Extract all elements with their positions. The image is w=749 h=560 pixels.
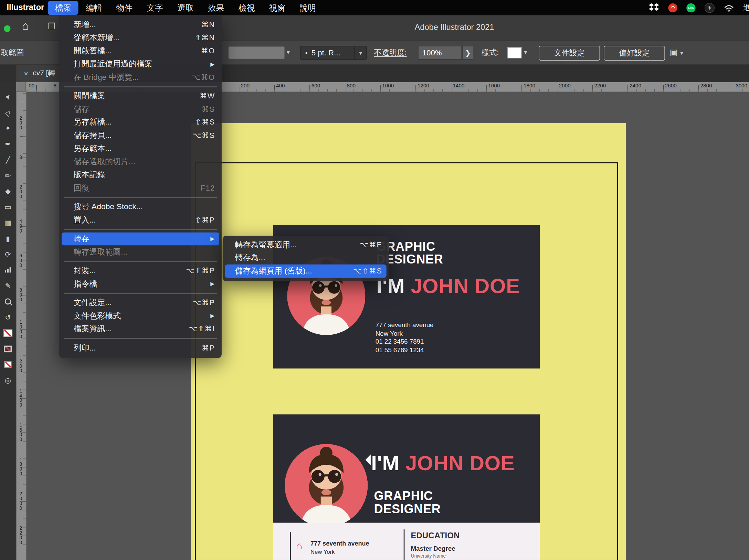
opacity-input[interactable]: 100% (418, 46, 462, 60)
menu-item-shortcut: ⌥⇧⌘I (189, 325, 215, 333)
card-top-address: 777 seventh avenueNew York01 22 3456 789… (376, 321, 434, 354)
menubar-item[interactable]: 文字 (140, 1, 170, 14)
menu-item-label: 另存新檔... (74, 117, 195, 128)
file-menu-item[interactable]: 新增...⌘N (59, 18, 222, 31)
knife-tool-icon[interactable]: ◆ (0, 183, 16, 199)
file-menu-item[interactable]: 搜尋 Adobe Stock... (59, 200, 222, 213)
stroke-weight-value: 5 pt. R... (312, 49, 355, 57)
color-target-icon[interactable]: ◎ (0, 372, 16, 388)
menu-item-label: 打開最近使用過的檔案 (74, 59, 211, 69)
opacity-label[interactable]: 不透明度: (374, 41, 407, 64)
arrange-windows-icon[interactable]: ❐ (48, 21, 55, 32)
export-submenu-item[interactable]: 轉存為... (223, 251, 389, 265)
menu-item-label: 指令檔 (74, 279, 211, 289)
ruler-label: 2000 (16, 492, 25, 511)
illustrator-app-window: GRAPHIC DESIGNER I'M JOHN DOE 777 sevent… (0, 0, 749, 560)
menubar-item[interactable]: 視窗 (262, 1, 293, 14)
magic-wand-tool-icon[interactable]: ✦ (0, 120, 16, 136)
pen-tool-icon[interactable]: ✒ (0, 136, 16, 152)
artboard[interactable]: GRAPHIC DESIGNER I'M JOHN DOE 777 sevent… (191, 123, 626, 560)
fill-color-swatch[interactable] (0, 325, 16, 341)
export-submenu-item[interactable]: 儲存為網頁用 (舊版)...⌥⇧⌘S (223, 265, 389, 278)
variable-width-dropdown[interactable] (228, 46, 285, 59)
direct-selection-tool-icon[interactable]: ▷ (0, 105, 16, 120)
arrange-documents-icon[interactable]: ▣▾ (670, 41, 683, 64)
menubar-item[interactable]: 物件 (109, 1, 140, 14)
file-menu-item[interactable]: 從範本新增...⇧⌘N (59, 31, 222, 44)
file-menu-item[interactable]: 另存範本... (59, 142, 222, 155)
menubar-item[interactable]: 選取 (170, 1, 201, 14)
selection-tool-icon[interactable]: ➤ (0, 89, 16, 105)
export-submenu-item[interactable]: 轉存為螢幕適用...⌥⌘E (223, 238, 389, 251)
style-swatch[interactable] (507, 47, 522, 58)
window-zoom-button[interactable] (4, 25, 10, 32)
file-menu-item[interactable]: 置入...⇧⌘P (59, 213, 222, 226)
chevron-down-icon[interactable]: ▾ (287, 41, 290, 64)
home-icon[interactable]: ⌂ (22, 19, 29, 33)
dropbox-icon[interactable] (649, 3, 660, 12)
menubar-item[interactable]: 說明 (293, 1, 323, 14)
app-menu[interactable]: Illustrator (7, 3, 44, 12)
business-card-back[interactable]: I'M JOHN DOE GRAPHIC DESIGNER ⌂ 777 seve… (273, 414, 540, 560)
file-menu-item[interactable]: 封裝...⌥⇧⌘P (59, 264, 222, 277)
chevron-down-icon[interactable]: ▾ (355, 46, 367, 59)
none-color-swatch[interactable] (0, 357, 16, 373)
pencil-tool-icon[interactable]: ✎ (0, 278, 16, 294)
wifi-icon[interactable] (724, 3, 734, 12)
hand-tool-icon[interactable]: ↺ (0, 309, 16, 325)
opacity-expand-button[interactable]: ❯ (462, 46, 473, 60)
menu-item-shortcut: ⌘O (201, 47, 215, 55)
file-menu-item[interactable]: 關閉檔案⌘W (59, 89, 222, 103)
file-menu-item[interactable]: 儲存拷貝...⌥⌘S (59, 129, 222, 142)
education-title: EDUCATION (411, 531, 460, 541)
menubar-item[interactable]: 檢視 (231, 1, 262, 14)
menu-item-label: 轉存為... (235, 252, 382, 263)
gradient-tool-icon-glyph: ▮ (6, 234, 10, 243)
submenu-arrow-icon: ▶ (210, 236, 215, 242)
avatar-illustration (285, 444, 368, 527)
gradient-tool-icon[interactable]: ▮ (0, 230, 16, 246)
menu-item-label: 儲存拷貝... (74, 130, 193, 141)
column-graph-tool-icon[interactable] (0, 262, 16, 278)
knife-tool-icon-glyph: ◆ (5, 187, 11, 195)
menubar-item[interactable]: 編輯 (78, 1, 109, 14)
ruler-label: 1000 (16, 320, 25, 339)
tab-close-icon[interactable]: × (24, 69, 28, 77)
artboard-tool-icon[interactable]: ▭ (0, 199, 16, 215)
input-source-menu[interactable]: 進 (743, 3, 749, 13)
file-menu-item[interactable]: 開啟舊檔...⌘O (59, 44, 222, 57)
file-menu-item[interactable]: 指令檔▶ (59, 277, 222, 290)
dark-app-icon[interactable]: ✳ (705, 3, 715, 13)
menu-item-label: 搜尋 Adobe Stock... (74, 202, 215, 212)
file-menu-item[interactable]: 檔案資訊...⌥⇧⌘I (59, 322, 222, 335)
file-menu-item[interactable]: 列印...⌘P (59, 341, 222, 354)
paintbrush-tool-icon[interactable]: ✏ (0, 168, 16, 183)
stroke-weight-dropdown[interactable]: • 5 pt. R... ▾ (300, 46, 367, 60)
chevron-down-icon[interactable]: ▾ (524, 41, 527, 64)
menu-item-label: 在 Bridge 中瀏覽... (74, 72, 192, 83)
mesh-tool-icon[interactable]: ▦ (0, 215, 16, 230)
menu-item-shortcut: F12 (201, 184, 215, 192)
file-menu-item[interactable]: 打開最近使用過的檔案▶ (59, 57, 222, 71)
menubar-item[interactable]: 效果 (201, 1, 231, 14)
file-menu-item[interactable]: 文件色彩模式▶ (59, 309, 222, 322)
file-menu-item[interactable]: 文件設定...⌥⌘P (59, 296, 222, 309)
style-label[interactable]: 樣式: (482, 41, 499, 64)
menu-separator (64, 261, 217, 262)
file-menu: 新增...⌘N從範本新增...⇧⌘N開啟舊檔...⌘O打開最近使用過的檔案▶在 … (59, 16, 222, 358)
line-app-icon[interactable]: LINE (686, 3, 695, 12)
shaper-tool-icon[interactable]: ⟳ (0, 246, 16, 262)
zoom-tool-icon[interactable] (0, 293, 16, 309)
chevron-down-icon: ▾ (680, 50, 683, 56)
file-menu-item[interactable]: 另存新檔...⇧⌘S (59, 116, 222, 129)
document-setup-button[interactable]: 文件設定 (539, 46, 600, 61)
preferences-button[interactable]: 偏好設定 (604, 46, 665, 61)
ruler-label: 1400 (16, 389, 25, 408)
file-menu-item[interactable]: 版本記錄 (59, 168, 222, 181)
red-app-icon[interactable]: ◠ (668, 3, 677, 12)
line-tool-icon[interactable]: ╱ (0, 152, 16, 168)
menubar-item[interactable]: 檔案 (48, 1, 78, 14)
stroke-color-swatch[interactable] (0, 341, 16, 357)
menu-item-label: 從範本新增... (74, 33, 195, 43)
file-menu-item[interactable]: 轉存▶ (59, 232, 222, 245)
